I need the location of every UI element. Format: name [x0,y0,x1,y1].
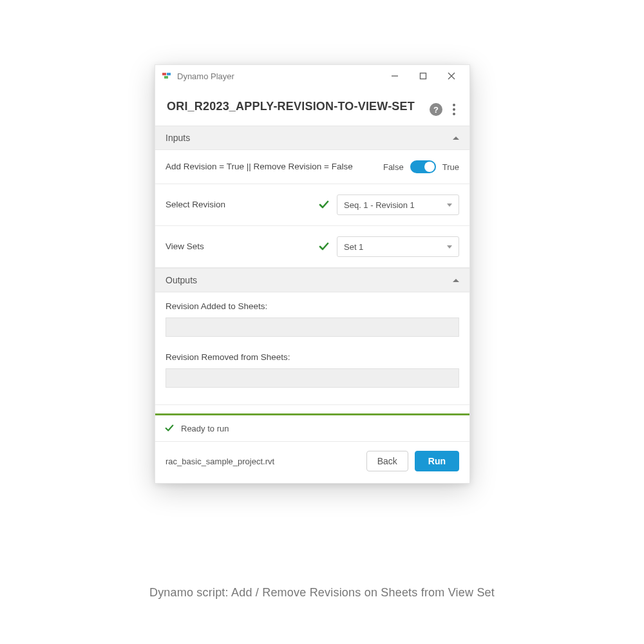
check-icon [317,198,330,211]
status-text: Ready to run [181,424,229,433]
help-icon[interactable]: ? [430,103,442,116]
script-title: ORI_R2023_APPLY-REVISION-TO-VIEW-SET [167,99,430,114]
revision-select[interactable]: Seq. 1 - Revision 1 [337,194,459,215]
svg-rect-1 [167,73,171,75]
dynamo-player-window: Dynamo Player ORI_R2023_APPLY-REVISION-T… [155,64,470,484]
close-button[interactable] [437,66,466,86]
chevron-down-icon [447,204,452,207]
run-button[interactable]: Run [415,451,459,471]
toggle-off-label: False [383,162,404,172]
status-bar: Ready to run [155,415,469,442]
svg-rect-2 [164,76,168,79]
add-remove-toggle[interactable] [410,160,436,173]
toggle-on-label: True [442,162,459,172]
chevron-up-icon [453,279,459,282]
revision-select-value: Seq. 1 - Revision 1 [344,200,447,210]
viewset-select[interactable]: Set 1 [337,236,459,257]
chevron-down-icon [447,245,452,249]
svg-rect-0 [162,73,166,75]
app-icon [162,71,172,81]
outputs-section-label: Outputs [166,275,197,285]
revision-label: Select Revision [166,198,317,211]
titlebar: Dynamo Player [155,65,469,87]
header-actions: ? [430,99,458,117]
script-header: ORI_R2023_APPLY-REVISION-TO-VIEW-SET ? [155,87,469,126]
minimize-button[interactable] [381,66,409,86]
back-button-label: Back [377,456,397,466]
output-removed-value [166,368,459,388]
viewset-label: View Sets [166,240,317,253]
svg-rect-4 [421,73,426,79]
run-button-label: Run [428,456,446,466]
input-row-revision: Select Revision Seq. 1 - Revision 1 [155,184,469,226]
inputs-section-header[interactable]: Inputs [155,126,469,150]
output-removed-label: Revision Removed from Sheets: [166,352,459,362]
window-controls [381,66,466,86]
input-row-viewset: View Sets Set 1 [155,226,469,268]
toggle-knob [424,162,435,172]
output-added-value [166,317,459,337]
viewset-select-value: Set 1 [344,242,447,252]
maximize-button[interactable] [409,66,437,86]
input-row-toggle: Add Revision = True || Remove Revision =… [155,150,469,184]
spacer [155,404,469,413]
toggle-label: Add Revision = True || Remove Revision =… [166,160,383,173]
inputs-section-label: Inputs [166,133,190,143]
toggle-control: False True [383,160,459,173]
check-icon [163,422,176,435]
back-button[interactable]: Back [366,451,408,471]
window-title: Dynamo Player [177,71,381,81]
project-file-name: rac_basic_sample_project.rvt [166,457,366,466]
outputs-section-header[interactable]: Outputs [155,268,469,292]
chevron-up-icon [453,137,459,140]
outputs-body: Revision Added to Sheets: Revision Remov… [155,292,469,404]
output-added-label: Revision Added to Sheets: [166,301,459,311]
more-menu-icon[interactable] [450,102,458,117]
footer: rac_basic_sample_project.rvt Back Run [155,442,469,483]
image-caption: Dynamo script: Add / Remove Revisions on… [0,586,644,600]
check-icon [317,240,330,253]
